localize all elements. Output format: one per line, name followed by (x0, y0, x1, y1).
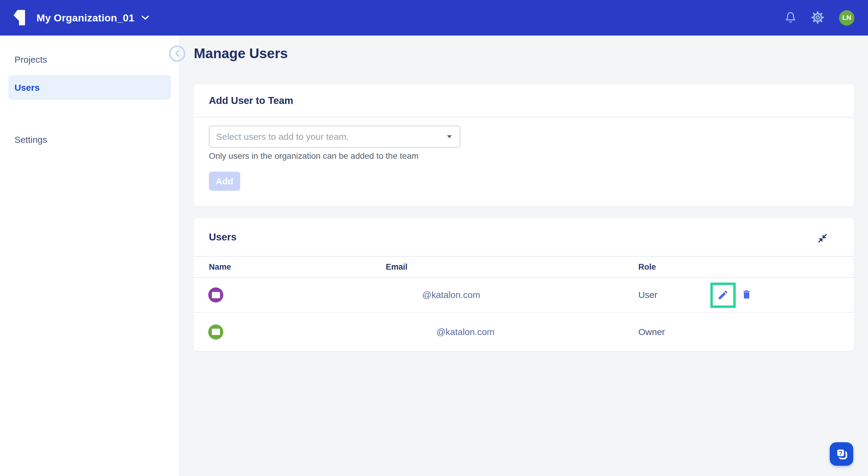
user-avatar[interactable]: LN (839, 10, 855, 26)
katalon-logo (13, 10, 26, 26)
sidebar-item-label: Settings (14, 135, 47, 145)
page-title: Manage Users (194, 45, 288, 61)
users-table-header-row: Name Email Role (194, 257, 854, 278)
org-switcher[interactable]: My Organization_01 (36, 12, 150, 24)
sidebar-item-label: Projects (14, 55, 47, 65)
back-chevron-icon (174, 49, 181, 58)
app-root: My Organization_01 (0, 0, 868, 476)
users-card-title: Users (209, 231, 237, 243)
user-select-placeholder: Select users to add to your team. (216, 132, 447, 142)
trash-icon (741, 289, 752, 301)
users-card-header: Users (194, 218, 854, 257)
table-row: @katalon.com Owner (194, 313, 854, 351)
column-header-role: Role (638, 262, 656, 272)
user-email: @katalon.com (436, 327, 494, 337)
column-header-name: Name (209, 262, 231, 272)
avatar-redaction (212, 292, 220, 298)
table-row: @katalon.com User (194, 278, 854, 313)
svg-text:?: ? (839, 449, 842, 456)
user-role: Owner (638, 327, 665, 337)
add-user-card-header: Add User to Team (194, 84, 854, 118)
collapse-icon (818, 233, 827, 244)
add-button[interactable]: Add (209, 172, 240, 191)
avatar-redaction (212, 329, 220, 335)
sidebar-item-projects[interactable]: Projects (0, 47, 179, 72)
notifications-button[interactable] (785, 12, 796, 24)
gear-icon (811, 11, 824, 25)
sidebar: Projects Users Settings (0, 36, 179, 476)
help-chat-icon: ? (835, 447, 848, 462)
back-button[interactable] (169, 45, 185, 62)
top-navbar: My Organization_01 (0, 0, 868, 36)
help-chat-button[interactable]: ? (830, 442, 853, 466)
column-header-email: Email (386, 262, 407, 272)
sidebar-item-users[interactable]: Users (8, 75, 171, 100)
users-card: Users Name Email Role (194, 218, 854, 351)
delete-user-button[interactable] (741, 289, 752, 301)
edit-user-button[interactable] (710, 283, 736, 308)
settings-button[interactable] (811, 11, 824, 25)
user-email: @katalon.com (422, 290, 480, 300)
add-user-helper-text: Only users in the organization can be ad… (209, 151, 418, 161)
add-user-card: Add User to Team Select users to add to … (194, 84, 854, 207)
add-user-card-title: Add User to Team (209, 95, 293, 106)
user-role: User (638, 290, 657, 300)
collapse-card-button[interactable] (817, 233, 828, 244)
sidebar-item-settings[interactable]: Settings (0, 128, 179, 152)
bell-icon (785, 12, 796, 24)
dropdown-caret-icon (447, 135, 452, 138)
avatar (208, 287, 223, 303)
chevron-down-icon (141, 15, 150, 21)
avatar (208, 324, 223, 340)
org-name: My Organization_01 (36, 12, 134, 24)
edit-pencil-icon (717, 289, 729, 302)
sidebar-item-label: Users (14, 83, 39, 93)
user-select[interactable]: Select users to add to your team. (209, 126, 460, 148)
